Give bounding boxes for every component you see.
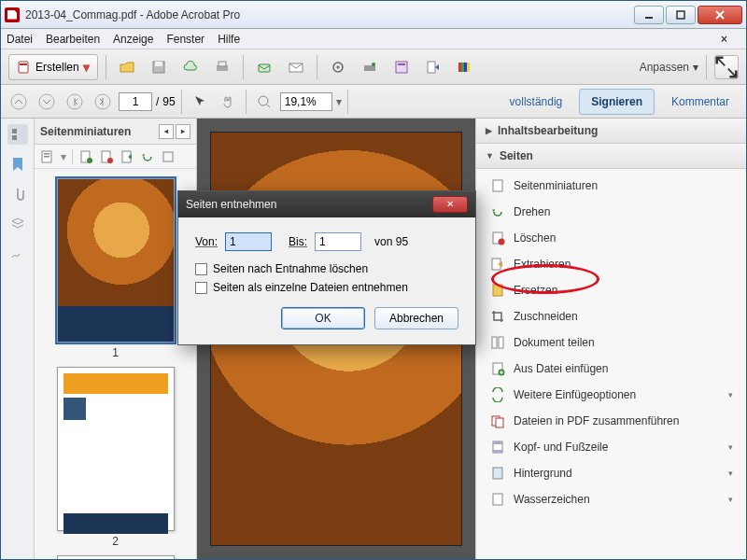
separate-files-checkbox[interactable]: Seiten als einzelne Dateien entnehmen (195, 281, 458, 294)
dialog-title: Seiten entnehmen (186, 198, 276, 211)
checkbox-icon (195, 282, 207, 294)
delete-after-checkbox[interactable]: Seiten nach Entnahme löschen (195, 262, 458, 275)
from-input[interactable] (225, 232, 272, 251)
dialog-titlebar: Seiten entnehmen ✕ (178, 191, 475, 217)
ok-button[interactable]: OK (281, 307, 365, 329)
cancel-button[interactable]: Abbrechen (374, 307, 458, 329)
dialog-overlay: Seiten entnehmen ✕ Von: Bis: von 95 Seit… (0, 0, 747, 560)
of-total-label: von 95 (374, 235, 408, 248)
to-input[interactable] (315, 232, 361, 251)
dialog-close-button[interactable]: ✕ (432, 196, 468, 213)
from-label: Von: (195, 235, 218, 248)
extract-pages-dialog: Seiten entnehmen ✕ Von: Bis: von 95 Seit… (177, 190, 476, 345)
to-label: Bis: (289, 235, 307, 248)
checkbox-icon (195, 263, 207, 275)
